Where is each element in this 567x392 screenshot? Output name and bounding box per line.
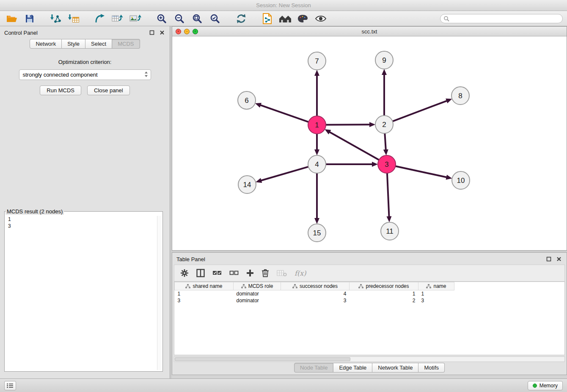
- graph-edge-3-10[interactable]: [396, 166, 447, 177]
- graph-node-9[interactable]: 9: [375, 51, 393, 69]
- open-session-icon[interactable]: [4, 12, 19, 25]
- column-header-successor-nodes[interactable]: successor nodes: [281, 282, 350, 290]
- mcds-result-line: 3: [8, 223, 159, 229]
- zoom-fit-icon[interactable]: [190, 12, 205, 25]
- control-panel-tabs: Network Style Select MCDS: [0, 39, 170, 49]
- graph-edge-1-2[interactable]: [326, 124, 370, 125]
- network-window-titlebar: × − + scc.txt: [172, 27, 567, 36]
- create-column-icon[interactable]: [246, 269, 254, 277]
- graph-node-2[interactable]: 2: [375, 116, 393, 133]
- tab-select[interactable]: Select: [85, 39, 112, 49]
- table-settings-gear-icon[interactable]: [180, 269, 189, 277]
- zoom-out-icon[interactable]: [172, 12, 187, 25]
- svg-text:6: 6: [245, 97, 248, 105]
- import-network-icon[interactable]: [48, 12, 63, 25]
- tab-node-table[interactable]: Node Table: [294, 363, 334, 373]
- control-panel-title: Control Panel: [4, 30, 38, 36]
- mcds-result-list[interactable]: 1 3: [5, 215, 162, 231]
- zoom-in-icon[interactable]: [154, 12, 169, 25]
- column-header-mcds-role[interactable]: MCDS role: [234, 282, 281, 290]
- table-row[interactable]: 1 dominator 4 1 1: [175, 290, 454, 297]
- criterion-dropdown-value: strongly connected component: [23, 72, 144, 78]
- zoom-selected-icon[interactable]: [207, 12, 223, 25]
- tab-network[interactable]: Network: [30, 39, 62, 49]
- optimization-criterion-label: Optimization criterion:: [0, 59, 170, 65]
- graph-edge-2-8[interactable]: [393, 101, 447, 121]
- graph-node-3[interactable]: 3: [378, 155, 396, 173]
- memory-button[interactable]: Memory: [528, 381, 563, 390]
- graph-node-11[interactable]: 11: [381, 222, 399, 240]
- table-panel: Table Panel: [172, 252, 567, 375]
- graph-node-10[interactable]: 10: [452, 171, 470, 189]
- graph-node-7[interactable]: 7: [308, 52, 326, 70]
- table-horizontal-scrollbar[interactable]: [174, 356, 565, 362]
- criterion-dropdown[interactable]: strongly connected component: [19, 69, 151, 80]
- tab-edge-table[interactable]: Edge Table: [333, 363, 372, 373]
- mcds-result-title: MCDS result (2 nodes): [6, 208, 64, 215]
- float-table-panel-icon[interactable]: [545, 256, 552, 262]
- column-type-icon: [426, 284, 431, 288]
- network-canvas-area: 7968124314101511: [172, 36, 567, 250]
- graph-node-15[interactable]: 15: [308, 224, 326, 242]
- svg-text:4: 4: [315, 160, 319, 168]
- network-window-title: scc.txt: [362, 28, 377, 35]
- scrollbar-thumb[interactable]: [175, 357, 350, 361]
- svg-text:15: 15: [313, 229, 321, 237]
- svg-text:3: 3: [385, 160, 388, 168]
- search-icon: [443, 16, 449, 23]
- export-table-icon[interactable]: [110, 12, 125, 25]
- column-header-name[interactable]: name: [418, 282, 454, 290]
- window-titlebar: Session: New Session: [0, 0, 567, 11]
- unselect-all-columns-icon[interactable]: [229, 270, 239, 276]
- close-panel-icon[interactable]: [159, 29, 165, 36]
- minimize-window-icon[interactable]: −: [184, 29, 190, 34]
- mcds-result-box: MCDS result (2 nodes) 1 3: [4, 208, 163, 372]
- close-panel-button[interactable]: Close panel: [87, 86, 130, 95]
- column-header-predecessor-nodes[interactable]: predecessor nodes: [350, 282, 418, 290]
- new-network-icon[interactable]: [92, 12, 107, 25]
- main-toolbar: [0, 11, 567, 26]
- graph-edge-3-11[interactable]: [387, 173, 389, 217]
- float-panel-icon[interactable]: [149, 29, 155, 36]
- svg-text:7: 7: [315, 57, 319, 65]
- column-type-icon: [292, 284, 297, 288]
- column-header-shared-name[interactable]: shared name: [175, 282, 234, 290]
- graph-edge-1-6[interactable]: [260, 105, 308, 122]
- network-file-icon[interactable]: [260, 12, 275, 25]
- select-all-columns-icon[interactable]: [212, 270, 222, 276]
- tab-motifs[interactable]: Motifs: [418, 363, 445, 373]
- tab-style[interactable]: Style: [62, 39, 85, 49]
- show-columns-icon[interactable]: [196, 269, 205, 277]
- export-image-icon[interactable]: [128, 12, 143, 25]
- result-scrollbar[interactable]: [157, 216, 162, 370]
- apply-style-icon[interactable]: [295, 12, 311, 25]
- show-hide-graphics-icon[interactable]: [313, 12, 328, 25]
- run-mcds-button[interactable]: Run MCDS: [40, 86, 81, 95]
- svg-text:11: 11: [386, 227, 394, 235]
- task-history-icon[interactable]: [4, 381, 16, 390]
- maximize-window-icon[interactable]: +: [193, 29, 198, 34]
- search-input[interactable]: [440, 14, 563, 23]
- close-table-panel-icon[interactable]: [556, 256, 562, 262]
- graph-edge-3-1[interactable]: [330, 132, 379, 160]
- tab-mcds[interactable]: MCDS: [112, 39, 140, 49]
- graph-node-1[interactable]: 1: [308, 116, 326, 134]
- graph-edge-4-14[interactable]: [261, 167, 308, 181]
- save-session-icon[interactable]: [22, 12, 37, 25]
- graph-node-14[interactable]: 14: [238, 176, 256, 193]
- home-icon[interactable]: [278, 12, 293, 25]
- graph-node-4[interactable]: 4: [308, 155, 326, 173]
- import-table-icon[interactable]: [66, 12, 81, 25]
- table-row[interactable]: 3 dominator 3 2 3: [175, 297, 454, 304]
- graph-edge-2-3[interactable]: [385, 133, 385, 150]
- control-panel: Control Panel Network Style Select MCDS …: [0, 26, 170, 378]
- delete-row-trash-icon[interactable]: [261, 269, 269, 277]
- close-window-icon[interactable]: ×: [176, 29, 181, 34]
- network-canvas[interactable]: 7968124314101511: [172, 36, 567, 250]
- apply-layout-icon[interactable]: [234, 12, 249, 25]
- tab-network-table[interactable]: Network Table: [372, 363, 418, 373]
- table-panel-header: Table Panel: [172, 253, 567, 265]
- graph-node-6[interactable]: 6: [238, 91, 256, 109]
- control-panel-header: Control Panel: [0, 26, 170, 39]
- graph-node-8[interactable]: 8: [451, 87, 469, 105]
